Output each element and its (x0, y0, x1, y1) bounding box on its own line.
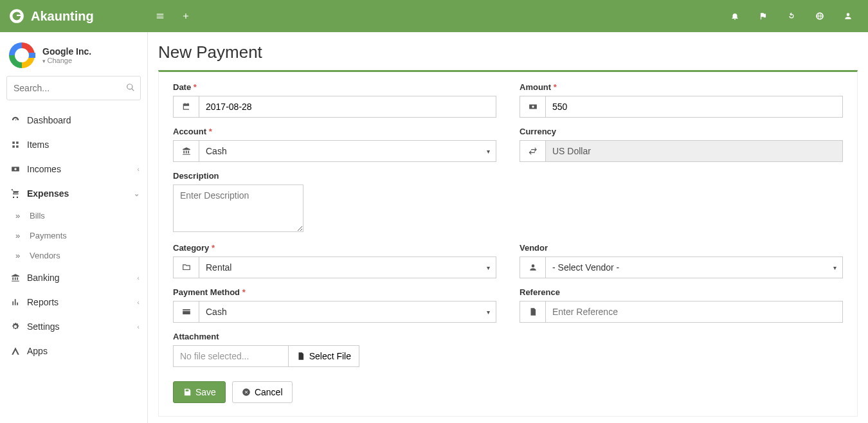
caret-down-icon: ▾ (487, 148, 490, 155)
expenses-icon (9, 189, 22, 198)
topbar: Akaunting (0, 0, 868, 32)
page-title: New Payment (158, 42, 858, 62)
sub-arrow-icon: » (15, 211, 24, 221)
nav-dashboard[interactable]: Dashboard (0, 108, 147, 132)
nav-banking[interactable]: Banking ‹ (0, 266, 147, 290)
incomes-icon (9, 165, 22, 174)
reports-icon (9, 298, 22, 307)
attachment-label: Attachment (173, 332, 496, 341)
search-input[interactable] (14, 83, 126, 93)
attachment-display: No file selected... (173, 345, 288, 367)
select-file-button[interactable]: Select File (288, 345, 359, 367)
nav-incomes[interactable]: Incomes ‹ (0, 157, 147, 181)
chevron-left-icon: ‹ (137, 298, 140, 306)
save-button[interactable]: Save (173, 381, 226, 403)
search-icon[interactable] (126, 83, 135, 94)
brand[interactable]: Akaunting (8, 7, 148, 25)
nav-bills[interactable]: » Bills (0, 206, 147, 226)
search-box[interactable] (6, 76, 141, 100)
settings-icon (9, 322, 22, 331)
file-icon (520, 301, 545, 323)
dashboard-icon (9, 116, 22, 125)
amount-label: Amount * (520, 82, 843, 92)
chevron-left-icon: ‹ (137, 274, 140, 282)
chevron-down-icon: ⌄ (134, 190, 140, 198)
company-change[interactable]: Change (42, 57, 91, 64)
sidebar-toggle-icon[interactable] (154, 10, 166, 22)
company-logo-icon (9, 42, 35, 68)
reference-label: Reference (520, 287, 843, 297)
sub-arrow-icon: » (15, 251, 24, 260)
items-icon (9, 140, 22, 149)
person-icon (520, 256, 545, 278)
payment-method-label: Payment Method * (173, 287, 496, 297)
money-icon (520, 96, 545, 118)
category-select[interactable]: Rental ▾ (199, 256, 496, 278)
bank-icon (173, 140, 199, 162)
currency-label: Currency (520, 127, 843, 136)
add-icon[interactable] (180, 10, 192, 22)
user-icon[interactable] (842, 10, 854, 22)
description-input[interactable] (173, 184, 303, 232)
globe-icon[interactable] (814, 10, 826, 22)
nav-apps[interactable]: Apps (0, 339, 147, 363)
date-input[interactable] (199, 96, 496, 118)
description-label: Description (173, 171, 843, 181)
chevron-left-icon: ‹ (137, 323, 140, 330)
date-label: Date * (173, 82, 496, 92)
sidebar: Google Inc. Change Dashboard Items (0, 32, 148, 423)
folder-icon (173, 256, 199, 278)
sub-arrow-icon: » (15, 231, 24, 240)
apps-icon (9, 346, 22, 356)
brand-logo-icon (8, 7, 26, 25)
vendor-select[interactable]: - Select Vendor - ▾ (545, 256, 843, 278)
calendar-icon (173, 96, 199, 118)
chevron-left-icon: ‹ (137, 165, 140, 173)
banking-icon (9, 273, 22, 282)
cancel-button[interactable]: Cancel (232, 381, 293, 403)
caret-down-icon: ▾ (487, 264, 490, 271)
form-panel: Date * Amount * Account * (158, 70, 858, 417)
category-label: Category * (173, 243, 496, 253)
nav-expenses[interactable]: Expenses ⌄ (0, 181, 147, 206)
payment-method-select[interactable]: Cash ▾ (199, 301, 496, 323)
bell-icon[interactable] (729, 10, 741, 22)
main-content: New Payment Date * Amount * (148, 32, 868, 423)
refresh-icon[interactable] (786, 10, 797, 22)
vendor-label: Vendor (520, 243, 843, 253)
nav-items[interactable]: Items (0, 132, 147, 157)
account-select[interactable]: Cash ▾ (199, 140, 496, 162)
currency-display: US Dollar (545, 140, 843, 162)
flag-icon[interactable] (757, 10, 769, 22)
nav-settings[interactable]: Settings ‹ (0, 314, 147, 339)
company-name: Google Inc. (42, 46, 91, 57)
reference-input[interactable] (545, 301, 843, 323)
amount-input[interactable] (545, 96, 843, 118)
nav-reports[interactable]: Reports ‹ (0, 290, 147, 314)
card-icon (173, 301, 199, 323)
nav-vendors[interactable]: » Vendors (0, 246, 147, 266)
brand-name: Akaunting (31, 9, 94, 24)
caret-down-icon: ▾ (487, 309, 490, 316)
nav-payments[interactable]: » Payments (0, 226, 147, 246)
exchange-icon (520, 140, 545, 162)
caret-down-icon: ▾ (833, 264, 836, 271)
account-label: Account * (173, 127, 496, 136)
company-selector[interactable]: Google Inc. Change (0, 40, 147, 76)
